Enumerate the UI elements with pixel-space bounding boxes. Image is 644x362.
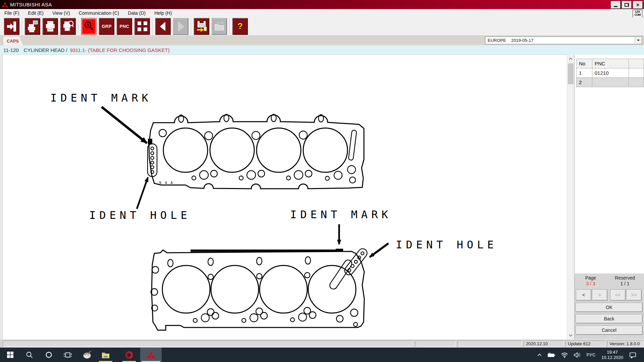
reserved-last-button[interactable]: >> (626, 289, 642, 301)
region-combobox[interactable]: EUROPE 2019-05-17 (485, 37, 642, 44)
taskbar-search-button[interactable] (21, 348, 38, 362)
file-explorer-button[interactable] (98, 348, 114, 362)
mitsubishi-asa-app-button[interactable] (140, 348, 162, 362)
toolbar-separator (229, 18, 230, 35)
minimize-button[interactable] (611, 1, 621, 9)
parts-blocks-button[interactable] (135, 18, 150, 35)
save-send-button[interactable] (194, 18, 209, 35)
speaker-icon (574, 352, 581, 358)
table-row[interactable]: 2 (577, 78, 644, 87)
print-preview-icon (62, 20, 74, 33)
close-button[interactable]: × (633, 1, 643, 9)
menu-view[interactable]: View (V) (48, 9, 74, 17)
print-setup-button[interactable] (25, 18, 40, 35)
windows-logo-icon (7, 352, 13, 358)
back-nav-button[interactable]: Back (576, 314, 643, 323)
upper-ident-hole-arrow (137, 177, 148, 209)
vertical-scrollbar[interactable] (567, 55, 574, 339)
toolbar-separator (191, 18, 192, 35)
tray-expand-button[interactable] (534, 348, 545, 362)
battery-status[interactable] (545, 348, 558, 362)
opera-browser-button[interactable] (121, 348, 137, 362)
pnc-label: PNC (120, 24, 129, 29)
task-view-button[interactable] (60, 348, 76, 362)
status-message-cell (3, 341, 413, 347)
close-icon: × (636, 2, 639, 8)
notification-icon (629, 352, 637, 358)
forward-button[interactable] (173, 18, 189, 35)
row-no: 1 (577, 68, 592, 78)
gasket-diagram: 9 4 A IDENT MARK IDENT HOLE (3, 55, 567, 340)
cortana-icon (45, 351, 52, 358)
table-row[interactable]: 1 01210 (577, 68, 644, 78)
wifi-status[interactable] (558, 348, 571, 362)
scrollbar-thumb[interactable] (568, 63, 574, 84)
cortana-button[interactable] (41, 348, 57, 362)
grp-button[interactable]: GRP (99, 18, 114, 35)
reserved-first-button[interactable]: << (610, 289, 626, 301)
open-folder-icon (214, 20, 225, 33)
scroll-down-button[interactable] (567, 331, 574, 339)
exit-button[interactable] (4, 18, 19, 35)
action-center-button[interactable] (626, 348, 639, 362)
menu-help[interactable]: Help (H) (150, 9, 176, 17)
ok-button[interactable]: OK (576, 303, 643, 312)
page-next-button[interactable]: > (592, 289, 607, 301)
region-dropdown-button[interactable] (635, 37, 641, 44)
parts-blocks-icon (137, 20, 148, 33)
file-explorer-icon (101, 351, 110, 359)
print-setup-icon (27, 20, 38, 33)
mitsubishi-logo-icon (2, 2, 8, 7)
exit-icon (6, 20, 17, 33)
region-market: EUROPE (488, 38, 506, 43)
window-title: MITSUBISHI ASA (10, 2, 52, 7)
status-date: 2020.12.10 (524, 341, 564, 347)
diagram-canvas[interactable]: 9 4 A IDENT MARK IDENT HOLE (3, 55, 567, 339)
status-empty-cell (458, 341, 522, 347)
lower-ident-hole-label: IDENT HOLE (396, 238, 497, 251)
upper-ident-mark-label: IDENT MARK (50, 92, 152, 104)
chevron-down-icon (637, 40, 640, 41)
page-prev-button[interactable]: < (576, 289, 591, 301)
window-controls: × (611, 1, 643, 9)
cancel-button[interactable]: Cancel (576, 325, 643, 335)
paint-app-button[interactable] (79, 348, 95, 362)
reserved-label: Reserved (607, 275, 643, 281)
print-button[interactable] (43, 18, 58, 35)
tab-caps[interactable]: CAPS (3, 37, 23, 45)
clock-time: 19:47 (601, 350, 623, 355)
language-indicator[interactable]: РУС (584, 348, 598, 362)
chevron-up-icon (537, 353, 542, 357)
parts-table: No PNC 1 01210 2 (576, 59, 644, 87)
help-button[interactable]: ? (232, 18, 248, 35)
toolbar-separator (22, 18, 22, 35)
zoom-icon (83, 20, 95, 33)
toolbar-separator (152, 18, 153, 35)
restore-button[interactable] (622, 1, 632, 9)
scroll-up-button[interactable] (567, 55, 574, 62)
volume-status[interactable] (571, 348, 584, 362)
grp-label: GRP (102, 24, 112, 29)
print-icon (45, 20, 56, 33)
start-button[interactable] (2, 348, 18, 362)
zoom-button[interactable] (81, 18, 97, 35)
breadcrumb-topic: 9311.1- (TABLE FOR CHOOSING GASKET) (70, 47, 170, 53)
menu-data[interactable]: Data (D) (123, 9, 150, 17)
open-button[interactable] (212, 18, 227, 35)
breadcrumb-section: CYLINDER HEAD / (24, 47, 67, 53)
chevron-up-icon (569, 58, 573, 60)
print-preview-button[interactable] (60, 18, 76, 35)
task-view-icon (63, 351, 72, 359)
menu-edit[interactable]: Edit (E) (23, 9, 48, 17)
forward-arrow-icon (175, 20, 186, 33)
menu-file[interactable]: File (F) (0, 9, 23, 17)
taskbar-clock[interactable]: 19:47 10.12.2020 (598, 350, 626, 360)
pnc-button[interactable]: PNC (117, 18, 132, 35)
back-button[interactable] (155, 18, 171, 35)
menu-communication[interactable]: Communication (C) (74, 9, 124, 17)
back-arrow-icon (157, 20, 169, 33)
taskbar: РУС 19:47 10.12.2020 (0, 348, 644, 362)
minimize-icon (614, 6, 618, 7)
search-icon (26, 351, 33, 359)
clock-date: 10.12.2020 (601, 355, 623, 360)
